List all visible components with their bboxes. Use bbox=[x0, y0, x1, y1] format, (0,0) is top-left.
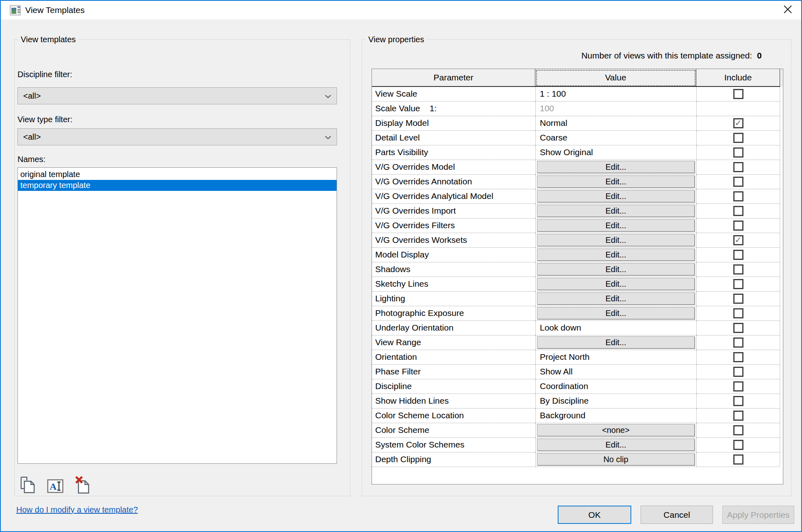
value-text[interactable]: Show All bbox=[536, 365, 696, 378]
cancel-button[interactable]: Cancel bbox=[641, 506, 713, 524]
include-checkbox[interactable] bbox=[733, 367, 743, 377]
value-text[interactable]: By Discipline bbox=[536, 394, 696, 408]
parameter-cell[interactable]: Shadows bbox=[372, 262, 535, 277]
include-cell bbox=[696, 218, 780, 233]
parameter-cell[interactable]: Color Scheme bbox=[372, 423, 535, 438]
parameter-cell[interactable]: Model Display bbox=[372, 248, 535, 262]
value-text[interactable]: Project North bbox=[536, 350, 696, 364]
names-list[interactable]: original template temporary template bbox=[17, 167, 337, 464]
value-button[interactable]: No clip bbox=[537, 453, 695, 465]
table-row: Detail LevelCoarse bbox=[372, 131, 783, 145]
value-cell: Normal bbox=[535, 116, 696, 131]
include-checkbox[interactable] bbox=[733, 250, 743, 260]
parameter-cell[interactable]: Lighting bbox=[372, 292, 535, 306]
include-checkbox[interactable] bbox=[733, 337, 743, 348]
value-text[interactable]: 100 bbox=[536, 102, 696, 115]
parameter-cell[interactable]: Orientation bbox=[372, 350, 535, 365]
include-checkbox[interactable] bbox=[733, 279, 743, 289]
include-checkbox[interactable] bbox=[733, 221, 743, 231]
parameter-cell[interactable]: V/G Overrides Worksets bbox=[372, 233, 535, 248]
parameter-cell[interactable]: View Scale bbox=[372, 87, 535, 102]
include-checkbox[interactable] bbox=[733, 308, 743, 318]
parameter-cell[interactable]: Underlay Orientation bbox=[372, 321, 535, 335]
include-checkbox[interactable] bbox=[733, 411, 743, 421]
include-checkbox[interactable] bbox=[733, 396, 743, 406]
value-button[interactable]: Edit... bbox=[537, 336, 695, 348]
include-checkbox[interactable]: ✓ bbox=[733, 235, 743, 245]
parameter-cell[interactable]: V/G Overrides Annotation bbox=[372, 175, 535, 189]
value-text[interactable]: 1 : 100 bbox=[536, 87, 696, 101]
value-text[interactable]: Coarse bbox=[536, 131, 696, 145]
parameter-cell[interactable]: V/G Overrides Analytical Model bbox=[372, 189, 535, 204]
value-button[interactable]: Edit... bbox=[537, 249, 695, 261]
delete-template-button[interactable] bbox=[74, 476, 91, 496]
value-button[interactable]: Edit... bbox=[537, 292, 695, 305]
value-cell: Edit... bbox=[535, 233, 696, 248]
value-text[interactable]: Coordination bbox=[536, 379, 696, 393]
include-checkbox[interactable] bbox=[733, 440, 743, 450]
include-checkbox[interactable] bbox=[733, 323, 743, 333]
include-checkbox[interactable] bbox=[733, 89, 743, 99]
value-button[interactable]: Edit... bbox=[537, 205, 695, 217]
value-button[interactable]: Edit... bbox=[537, 190, 695, 202]
value-button[interactable]: Edit... bbox=[537, 234, 695, 246]
value-button[interactable]: Edit... bbox=[537, 175, 695, 188]
table-row: V/G Overrides FiltersEdit... bbox=[372, 218, 783, 233]
column-header-include[interactable]: Include bbox=[696, 69, 780, 87]
parameter-cell[interactable]: System Color Schemes bbox=[372, 438, 535, 452]
parameter-cell[interactable]: Color Scheme Location bbox=[372, 409, 535, 423]
value-text[interactable]: Show Original bbox=[536, 145, 696, 159]
include-checkbox[interactable] bbox=[733, 264, 743, 275]
parameter-cell[interactable]: Photographic Exposure bbox=[372, 306, 535, 321]
names-label: Names: bbox=[17, 155, 46, 164]
parameter-cell[interactable]: Detail Level bbox=[372, 131, 535, 145]
include-cell bbox=[696, 423, 780, 438]
duplicate-template-button[interactable] bbox=[20, 476, 36, 496]
value-button[interactable]: Edit... bbox=[537, 307, 695, 319]
value-button[interactable]: Edit... bbox=[537, 263, 695, 275]
value-text[interactable]: Normal bbox=[536, 116, 696, 130]
close-button[interactable] bbox=[776, 2, 800, 19]
value-text[interactable]: Background bbox=[536, 409, 696, 422]
parameter-cell[interactable]: Display Model bbox=[372, 116, 535, 131]
parameter-cell[interactable]: V/G Overrides Import bbox=[372, 204, 535, 218]
help-link[interactable]: How do I modify a view template? bbox=[16, 505, 138, 515]
parameter-cell[interactable]: Discipline bbox=[372, 379, 535, 394]
include-checkbox[interactable] bbox=[733, 162, 743, 172]
parameter-cell[interactable]: Sketchy Lines bbox=[372, 277, 535, 292]
include-checkbox[interactable]: ✓ bbox=[733, 118, 743, 128]
parameter-cell[interactable]: Phase Filter bbox=[372, 365, 535, 379]
include-checkbox[interactable] bbox=[733, 206, 743, 216]
include-checkbox[interactable] bbox=[733, 191, 743, 201]
include-checkbox[interactable] bbox=[733, 133, 743, 143]
column-header-parameter[interactable]: Parameter bbox=[372, 69, 535, 87]
value-button[interactable]: Edit... bbox=[537, 439, 695, 451]
parameter-cell[interactable]: Depth Clipping bbox=[372, 452, 535, 467]
parameter-cell[interactable]: Parts Visibility bbox=[372, 145, 535, 160]
discipline-filter-dropdown[interactable]: <all> bbox=[17, 87, 337, 104]
value-text[interactable]: Look down bbox=[536, 321, 696, 335]
include-checkbox[interactable] bbox=[733, 294, 743, 304]
include-checkbox[interactable] bbox=[733, 425, 743, 435]
parameter-cell[interactable]: Show Hidden Lines bbox=[372, 394, 535, 409]
value-button[interactable]: Edit... bbox=[537, 161, 695, 173]
list-item[interactable]: original template bbox=[18, 169, 337, 180]
parameter-cell[interactable]: View Range bbox=[372, 335, 535, 350]
column-header-value[interactable]: Value bbox=[535, 69, 696, 87]
table-row: System Color SchemesEdit... bbox=[372, 438, 783, 452]
value-button[interactable]: Edit... bbox=[537, 219, 695, 231]
include-checkbox[interactable] bbox=[733, 352, 743, 362]
include-checkbox[interactable] bbox=[733, 147, 743, 158]
parameter-cell[interactable]: V/G Overrides Filters bbox=[372, 218, 535, 233]
value-button[interactable]: Edit... bbox=[537, 278, 695, 290]
parameter-cell[interactable]: V/G Overrides Model bbox=[372, 160, 535, 175]
rename-template-button[interactable]: A bbox=[47, 479, 63, 495]
value-button[interactable]: <none> bbox=[537, 424, 695, 436]
view-type-filter-dropdown[interactable]: <all> bbox=[17, 128, 337, 145]
include-checkbox[interactable] bbox=[733, 177, 743, 187]
parameter-cell[interactable]: Scale Value 1: bbox=[372, 102, 535, 116]
list-item-selected[interactable]: temporary template bbox=[18, 180, 337, 191]
include-checkbox[interactable] bbox=[733, 381, 743, 391]
include-checkbox[interactable] bbox=[733, 454, 743, 465]
ok-button[interactable]: OK bbox=[558, 506, 631, 524]
